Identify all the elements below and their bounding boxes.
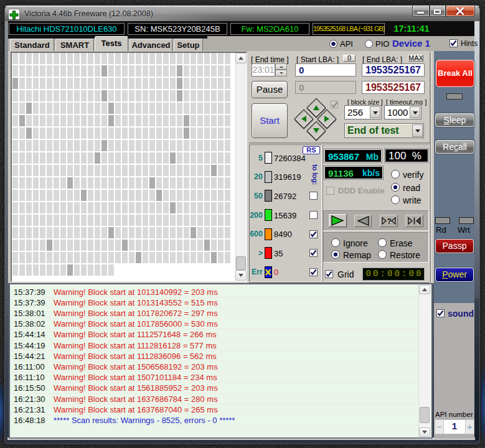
svg-text:?: ? [387,217,392,226]
